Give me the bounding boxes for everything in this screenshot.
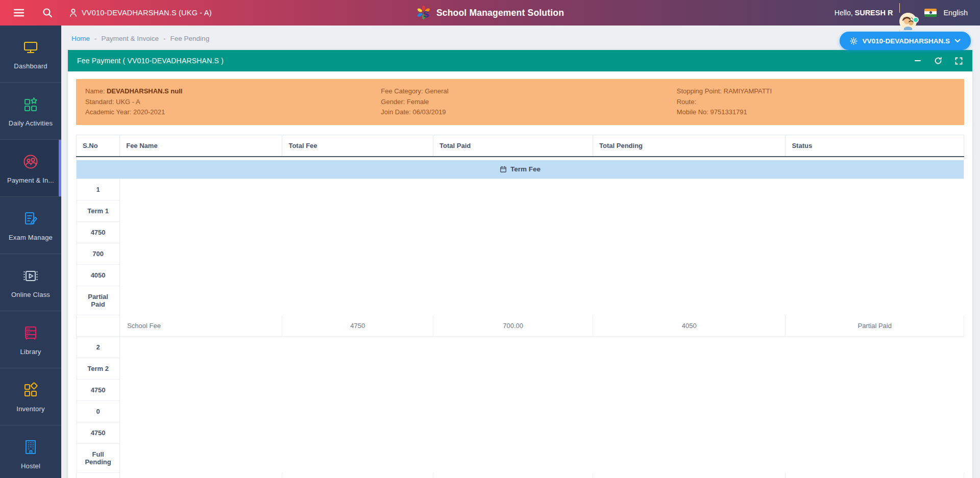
breadcrumb: Home - Payment & Invoice - Fee Pending	[71, 35, 209, 42]
online-class-icon	[21, 267, 40, 285]
info-join-date: Join Date: 06/03/2019	[381, 107, 676, 118]
col-header-status: Status	[786, 135, 964, 157]
sidebar-item-hostel[interactable]: Hostel	[0, 425, 61, 478]
sidebar-item-label: Payment & In...	[7, 177, 54, 184]
sidebar-item-library[interactable]: Library	[0, 311, 61, 368]
minimize-button[interactable]	[913, 56, 922, 65]
payment-invoice-icon	[21, 153, 40, 171]
sidebar-item-exam-manage[interactable]: Exam Manage	[0, 197, 61, 254]
table-row: School Fee 4750 700.00 4050 Partial Paid	[77, 315, 964, 337]
info-stopping-point: Stopping Point: RAMIYAMPATTI	[677, 86, 955, 97]
sidebar: Dashboard Daily Activities Payment & In.…	[0, 26, 61, 478]
gear-icon	[850, 37, 857, 45]
info-fee-category: Fee Category: General	[381, 86, 676, 97]
sidebar-item-label: Online Class	[11, 291, 50, 298]
status-badge: Partial Paid	[77, 286, 120, 315]
inventory-icon	[21, 381, 40, 399]
sidebar-item-payment-invoice[interactable]: Payment & In...	[0, 140, 61, 197]
col-header-fee-name: Fee Name	[120, 135, 282, 157]
sidebar-item-dashboard[interactable]: Dashboard	[0, 26, 61, 83]
app-logo-icon: S	[416, 5, 431, 20]
table-header-row: S.No Fee Name Total Fee Total Paid Total…	[77, 135, 964, 157]
col-header-total-fee: Total Fee	[282, 135, 433, 157]
india-flag-icon[interactable]	[924, 9, 937, 17]
dashboard-icon	[21, 38, 40, 57]
user-avatar[interactable]	[899, 4, 918, 22]
fee-payment-panel: Fee Payment ( VV010-DEVADHARSHAN.S )	[68, 50, 972, 478]
table-row: 1 Term 1 4750 700 4050 Partial Paid	[77, 179, 120, 315]
svg-text:S: S	[423, 10, 429, 19]
sidebar-item-label: Exam Manage	[9, 234, 53, 241]
fee-table: S.No Fee Name Total Fee Total Paid Total…	[76, 135, 964, 478]
sidebar-item-inventory[interactable]: Inventory	[0, 368, 61, 425]
sidebar-item-label: Hostel	[21, 462, 40, 470]
col-header-total-pending: Total Pending	[593, 135, 786, 157]
col-header-sno: S.No	[77, 135, 120, 157]
table-row: School Fee 4750 0 4750 Full Pending	[77, 473, 964, 478]
hamburger-menu-icon[interactable]	[12, 6, 26, 19]
sidebar-item-daily-activities[interactable]: Daily Activities	[0, 83, 61, 140]
user-name: SURESH R	[855, 9, 893, 17]
sidebar-item-label: Inventory	[16, 405, 44, 413]
panel-title: Fee Payment ( VV010-DEVADHARSHAN.S )	[77, 57, 224, 65]
student-selector-label: VV010-DEVADHARSHAN.S	[862, 37, 950, 45]
header-student-label: VV010-DEVADHARSHAN.S (UKG - A)	[82, 9, 212, 17]
status-badge: Full Pending	[786, 473, 964, 478]
breadcrumb-separator: -	[163, 35, 166, 42]
info-academic-year: Academic Year: 2020-2021	[85, 107, 381, 118]
status-badge: Partial Paid	[786, 315, 964, 337]
daily-activities-icon	[21, 95, 40, 114]
app-root: VV010-DEVADHARSHAN.S (UKG - A) S School …	[0, 0, 980, 478]
sidebar-item-label: Dashboard	[14, 62, 47, 70]
breadcrumb-separator: -	[94, 35, 97, 42]
info-standard: Standard: UKG - A	[85, 97, 381, 108]
app-title: School Management Solution	[436, 8, 564, 18]
library-icon	[21, 324, 40, 342]
sidebar-item-label: Daily Activities	[9, 119, 53, 127]
table-row: 2 Term 2 4750 0 4750 Full Pending	[77, 337, 120, 473]
section-row-term-fee: Term Fee	[77, 157, 964, 179]
calendar-icon	[500, 166, 507, 173]
breadcrumb-section: Payment & Invoice	[102, 35, 159, 42]
panel-header: Fee Payment ( VV010-DEVADHARSHAN.S )	[68, 50, 972, 71]
breadcrumb-home-link[interactable]: Home	[71, 35, 90, 42]
status-badge: Full Pending	[77, 444, 120, 473]
refresh-button[interactable]	[934, 56, 943, 65]
chevron-down-icon	[954, 39, 961, 43]
header-student-chip: VV010-DEVADHARSHAN.S (UKG - A)	[69, 9, 212, 17]
exam-manage-icon	[21, 210, 40, 228]
info-mobile: Mobile No: 9751331791	[677, 107, 955, 118]
student-info-box: Name: DEVADHARSHAN.S null Standard: UKG …	[76, 79, 964, 125]
sidebar-item-online-class[interactable]: Online Class	[0, 254, 61, 311]
col-header-total-paid: Total Paid	[433, 135, 593, 157]
student-selector-button[interactable]: VV010-DEVADHARSHAN.S	[840, 32, 971, 50]
info-name: Name: DEVADHARSHAN.S null	[85, 86, 381, 97]
info-route: Route:	[677, 97, 955, 108]
language-selector[interactable]: English	[943, 9, 968, 17]
main-content: Home - Payment & Invoice - Fee Pending V…	[61, 26, 980, 478]
fullscreen-button[interactable]	[954, 56, 963, 65]
sidebar-item-label: Library	[20, 348, 41, 356]
search-icon[interactable]	[41, 6, 54, 19]
info-gender: Gender: Female	[381, 97, 676, 108]
top-header: VV010-DEVADHARSHAN.S (UKG - A) S School …	[0, 0, 980, 26]
online-status-dot	[913, 17, 919, 23]
person-icon	[69, 9, 77, 17]
hostel-icon	[21, 438, 40, 457]
breadcrumb-page: Fee Pending	[170, 35, 210, 42]
greeting-text: Hello, SURESH R	[835, 9, 893, 17]
